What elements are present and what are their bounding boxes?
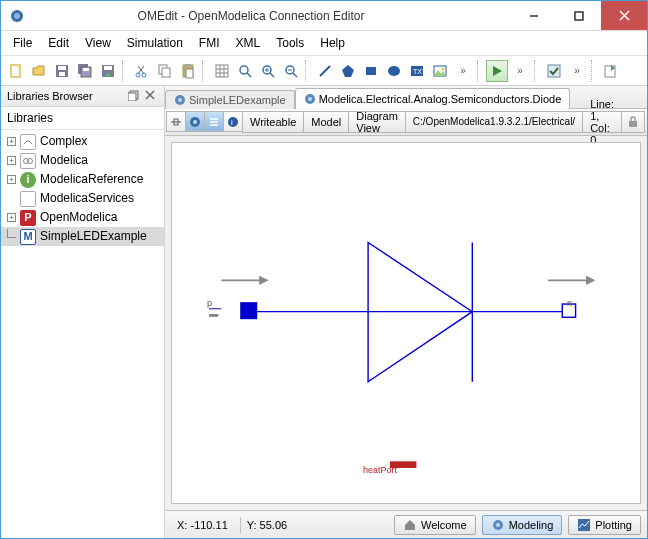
polygon-shape-button[interactable]	[337, 60, 359, 82]
grid-button[interactable]	[211, 60, 233, 82]
tree-item-simpleledexample[interactable]: M SimpleLEDExample	[1, 227, 164, 246]
tree-item-modelicareference[interactable]: + i ModelicaReference	[1, 170, 164, 189]
zoom-out-button[interactable]	[280, 60, 302, 82]
expand-icon[interactable]: +	[7, 137, 16, 146]
modeling-perspective-button[interactable]: Modeling	[482, 515, 563, 535]
svg-rect-47	[548, 65, 560, 77]
menu-simulation[interactable]: Simulation	[120, 33, 190, 53]
tree-end-icon	[7, 229, 16, 238]
paste-button[interactable]	[177, 60, 199, 82]
svg-line-32	[270, 73, 274, 77]
zoom-in-button[interactable]	[257, 60, 279, 82]
svg-rect-14	[104, 66, 112, 70]
svg-point-29	[240, 66, 248, 74]
diode-diagram	[172, 143, 640, 503]
check-button[interactable]	[543, 60, 565, 82]
expand-icon[interactable]: +	[7, 175, 16, 184]
icon-view-button[interactable]	[166, 111, 186, 132]
open-button[interactable]	[28, 60, 50, 82]
tree-item-label: ModelicaServices	[40, 190, 134, 207]
welcome-perspective-button[interactable]: Welcome	[394, 515, 476, 535]
svg-point-46	[442, 67, 445, 70]
tree-item-openmodelica[interactable]: + P OpenModelica	[1, 208, 164, 227]
diagram-canvas[interactable]: p n heatPort	[171, 142, 641, 504]
tree-item-modelicaservices[interactable]: ModelicaServices	[1, 189, 164, 208]
diagram-view-button[interactable]	[185, 111, 205, 132]
tab-simpleledexample[interactable]: SimpleLEDexample	[165, 90, 295, 109]
doc-view-button[interactable]: i	[223, 111, 243, 132]
model-icon	[491, 518, 505, 532]
menu-edit[interactable]: Edit	[41, 33, 76, 53]
libraries-tree[interactable]: + Complex + Modelica + i ModelicaReferen…	[1, 130, 164, 538]
svg-rect-24	[216, 65, 228, 77]
close-panel-icon[interactable]	[144, 89, 158, 103]
plotting-label: Plotting	[595, 519, 632, 531]
svg-line-30	[247, 73, 251, 77]
simulate-button[interactable]	[486, 60, 508, 82]
ellipse-shape-button[interactable]	[383, 60, 405, 82]
menu-fmi[interactable]: FMI	[192, 33, 227, 53]
expand-icon[interactable]: +	[7, 156, 16, 165]
tree-item-label: SimpleLEDExample	[40, 228, 147, 245]
new-button[interactable]	[5, 60, 27, 82]
lock-button[interactable]	[621, 111, 645, 133]
svg-rect-23	[186, 69, 193, 78]
close-button[interactable]	[601, 1, 647, 30]
svg-rect-12	[83, 68, 89, 71]
save-all-button[interactable]	[74, 60, 96, 82]
heatport-label: heatPort	[363, 465, 397, 475]
zoom-reset-button[interactable]	[234, 60, 256, 82]
bitmap-shape-button[interactable]	[429, 60, 451, 82]
plotting-perspective-button[interactable]: Plotting	[568, 515, 641, 535]
copy-button[interactable]	[154, 60, 176, 82]
expand-icon[interactable]: +	[7, 213, 16, 222]
menu-tools[interactable]: Tools	[269, 33, 311, 53]
line-shape-button[interactable]	[314, 60, 336, 82]
tree-item-complex[interactable]: + Complex	[1, 132, 164, 151]
svg-point-62	[193, 120, 197, 124]
menu-xml[interactable]: XML	[229, 33, 268, 53]
minimize-button[interactable]	[511, 1, 556, 30]
svg-point-56	[178, 98, 182, 102]
model-type-indicator: Model	[303, 111, 349, 133]
menu-help[interactable]: Help	[313, 33, 352, 53]
export-button[interactable]	[600, 60, 622, 82]
tab-label: Modelica.Electrical.Analog.Semiconductor…	[319, 93, 562, 105]
writeable-indicator[interactable]: Writeable	[242, 111, 304, 133]
view-mode-group: i	[167, 111, 243, 133]
menu-view[interactable]: View	[78, 33, 118, 53]
tree-item-label: Complex	[40, 133, 87, 150]
text-shape-button[interactable]: TXT	[406, 60, 428, 82]
svg-rect-8	[58, 66, 66, 70]
rect-shape-button[interactable]	[360, 60, 382, 82]
overflow-check-button[interactable]: »	[566, 60, 588, 82]
tree-item-modelica[interactable]: + Modelica	[1, 151, 164, 170]
svg-rect-9	[59, 72, 65, 76]
tab-diode[interactable]: Modelica.Electrical.Analog.Semiconductor…	[295, 88, 571, 109]
editor-area: SimpleLEDexample Modelica.Electrical.Ana…	[165, 86, 647, 538]
editor-tabs: SimpleLEDexample Modelica.Electrical.Ana…	[165, 86, 647, 109]
svg-rect-76	[240, 302, 257, 319]
sidebar-header: Libraries Browser	[1, 86, 164, 107]
cut-button[interactable]	[131, 60, 153, 82]
view-name-indicator: Diagram View	[348, 111, 406, 133]
libraries-sidebar: Libraries Browser Libraries + Complex + …	[1, 86, 165, 538]
libraries-label: Libraries	[1, 107, 164, 130]
maximize-button[interactable]	[556, 1, 601, 30]
save-button[interactable]	[51, 60, 73, 82]
port-n-label: n	[567, 298, 572, 308]
text-view-button[interactable]	[204, 111, 224, 132]
undock-icon[interactable]	[128, 89, 142, 103]
sidebar-title: Libraries Browser	[7, 90, 93, 102]
svg-rect-68	[629, 121, 637, 127]
welcome-label: Welcome	[421, 519, 467, 531]
menu-file[interactable]: File	[6, 33, 39, 53]
save-as-button[interactable]	[97, 60, 119, 82]
tree-item-label: OpenModelica	[40, 209, 117, 226]
svg-marker-72	[586, 276, 595, 285]
overflow-sim-button[interactable]: »	[509, 60, 531, 82]
overflow-shapes-button[interactable]: »	[452, 60, 474, 82]
modeling-label: Modeling	[509, 519, 554, 531]
menu-bar: File Edit View Simulation FMI XML Tools …	[1, 31, 647, 56]
main-toolbar: TXT » » »	[1, 56, 647, 86]
